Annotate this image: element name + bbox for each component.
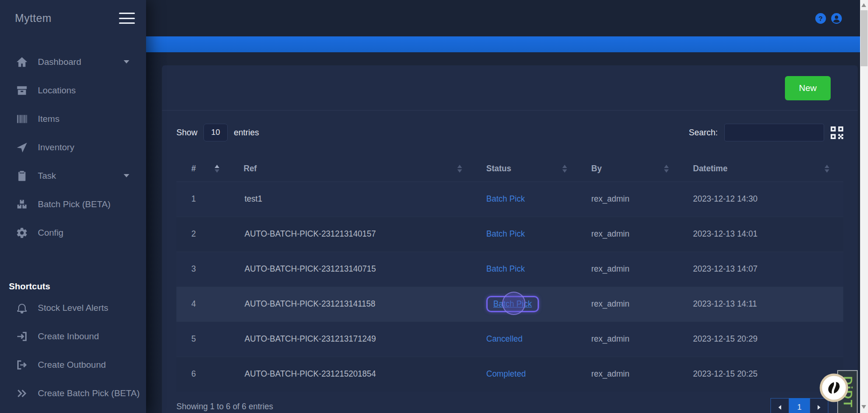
scroll-up-arrow-icon[interactable]: [861, 3, 866, 7]
shortcut-label: Create Inbound: [38, 331, 129, 342]
search-input[interactable]: [724, 124, 824, 141]
home-icon: [16, 56, 28, 68]
sort-icons: [664, 165, 669, 173]
scrollbar-thumb[interactable]: [861, 10, 868, 66]
coffee-bean-icon: [819, 373, 849, 403]
vertical-scrollbar[interactable]: [860, 0, 868, 413]
sidebar-item-label: Dashboard: [38, 57, 124, 67]
row-ref: AUTO-BATCH-PICK-231215201854: [233, 357, 476, 392]
status-link[interactable]: Batch Pick: [486, 229, 525, 238]
scroll-down-arrow-icon[interactable]: [861, 405, 866, 409]
send-arrow-icon: [16, 141, 28, 154]
entries-label: entries: [234, 128, 259, 138]
sidebar-item-label: Batch Pick (BETA): [38, 199, 129, 210]
shortcuts-heading: Shortcuts: [0, 281, 146, 292]
row-datetime: 2023-12-13 14:07: [683, 252, 843, 287]
chevron-left-icon: [778, 405, 781, 410]
batch-pick-table: # Ref Status By: [176, 156, 843, 392]
column-header-status[interactable]: Status: [476, 156, 581, 182]
card-header: New: [162, 65, 858, 111]
shortcut-create-outbound[interactable]: Create Outbound: [0, 350, 146, 379]
chevron-down-icon: [124, 60, 129, 63]
qr-scan-icon[interactable]: [831, 126, 843, 139]
row-datetime: 2023-12-13 14:11: [683, 287, 843, 322]
table-row: 5 AUTO-BATCH-PICK-231213171249 Cancelled…: [176, 322, 843, 357]
sort-icons: [562, 165, 567, 173]
table-footer: Showing 1 to 6 of 6 entries 1: [176, 392, 843, 413]
sidebar-item-inventory[interactable]: Inventory: [0, 133, 146, 161]
status-link[interactable]: Cancelled: [486, 334, 523, 343]
column-header-num[interactable]: #: [176, 156, 233, 182]
sidebar: Myttem Dashboard Locations Items: [0, 0, 146, 413]
row-ref: AUTO-BATCH-PICK-231213141158: [233, 287, 476, 322]
column-header-ref[interactable]: Ref: [233, 156, 476, 182]
sidebar-item-label: Items: [38, 114, 129, 124]
row-number: 1: [176, 182, 233, 217]
show-label: Show: [176, 128, 197, 138]
sidebar-item-dashboard[interactable]: Dashboard: [0, 48, 146, 76]
row-datetime: 2023-12-15 20:29: [683, 322, 843, 357]
sidebar-nav: Dashboard Locations Items Inventory T: [0, 48, 146, 247]
table-row: 2 AUTO-BATCH-PICK-231213140157 Batch Pic…: [176, 217, 843, 252]
row-by: rex_admin: [581, 182, 683, 217]
top-header-bar: ?: [146, 0, 860, 36]
row-by: rex_admin: [581, 357, 683, 392]
account-icon[interactable]: [831, 13, 842, 24]
page-size-control: Show 10 entries: [176, 124, 259, 141]
showing-entries-text: Showing 1 to 6 of 6 entries: [176, 402, 273, 412]
archive-box-icon: [16, 84, 28, 97]
row-ref: test1: [233, 182, 476, 217]
shortcut-label: Create Batch Pick (BETA): [38, 388, 140, 399]
table-header-row: # Ref Status By: [176, 156, 843, 182]
sign-out-icon: [16, 359, 28, 371]
shortcut-stock-level-alerts[interactable]: Stock Level Alerts: [0, 294, 146, 322]
sidebar-item-items[interactable]: Items: [0, 105, 146, 133]
sidebar-item-batch-pick[interactable]: Batch Pick (BETA): [0, 190, 146, 218]
table-row: 3 AUTO-BATCH-PICK-231213140715 Batch Pic…: [176, 252, 843, 287]
status-link[interactable]: Completed: [486, 369, 526, 378]
hamburger-menu-icon[interactable]: [119, 13, 135, 24]
row-ref: AUTO-BATCH-PICK-231213140157: [233, 217, 476, 252]
sidebar-item-locations[interactable]: Locations: [0, 76, 146, 105]
svg-text:?: ?: [819, 14, 823, 22]
status-link[interactable]: Batch Pick: [486, 194, 525, 203]
sign-in-icon: [16, 330, 28, 343]
search-label: Search:: [689, 128, 718, 138]
sidebar-header: Myttem: [0, 0, 146, 36]
column-header-by[interactable]: By: [581, 156, 683, 182]
sort-icons: [215, 165, 219, 173]
status-link[interactable]: Batch Pick: [486, 264, 525, 273]
new-button[interactable]: New: [785, 76, 831, 100]
previous-page-button[interactable]: [770, 398, 789, 413]
row-number: 6: [176, 357, 233, 392]
sidebar-item-config[interactable]: Config: [0, 218, 146, 247]
row-by: rex_admin: [581, 322, 683, 357]
sidebar-item-label: Locations: [38, 85, 129, 96]
chevron-down-icon: [124, 174, 129, 177]
page-1-button[interactable]: 1: [789, 398, 810, 413]
clipboard-icon: [16, 170, 28, 182]
sidebar-item-task[interactable]: Task: [0, 161, 146, 190]
row-datetime: 2023-12-12 14:30: [683, 182, 843, 217]
page-size-select[interactable]: 10: [203, 124, 228, 141]
row-ref: AUTO-BATCH-PICK-231213171249: [233, 322, 476, 357]
brand-logo: Myttem: [15, 12, 51, 25]
help-icon[interactable]: ?: [815, 13, 826, 24]
row-number: 2: [176, 217, 233, 252]
barcode-icon: [16, 113, 28, 125]
sort-icons: [825, 165, 829, 173]
shortcut-create-inbound[interactable]: Create Inbound: [0, 322, 146, 350]
batch-pick-card: New Show 10 entries Search:: [162, 65, 858, 413]
row-by: rex_admin: [581, 287, 683, 322]
shortcut-label: Stock Level Alerts: [38, 303, 129, 313]
column-header-datetime[interactable]: Datetime: [683, 156, 843, 182]
shortcut-label: Create Outbound: [38, 360, 129, 370]
sidebar-item-label: Inventory: [38, 142, 129, 153]
coffee-bean-widget-button[interactable]: [819, 373, 849, 403]
shortcut-create-batch-pick[interactable]: Create Batch Pick (BETA): [0, 379, 146, 407]
status-link-focused[interactable]: Batch Pick: [486, 296, 539, 312]
sort-icons: [457, 165, 462, 173]
chevron-right-icon: [818, 405, 820, 410]
row-datetime: 2023-12-13 14:01: [683, 217, 843, 252]
sidebar-item-label: Config: [38, 228, 129, 238]
